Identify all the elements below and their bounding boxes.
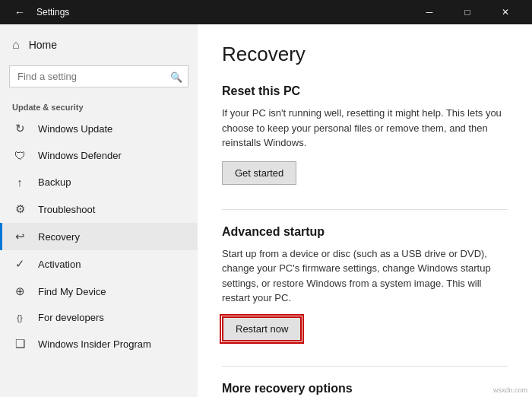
sidebar-item-label: Troubleshoot — [38, 204, 95, 215]
search-input[interactable] — [9, 65, 188, 87]
sidebar-item-backup[interactable]: ↑ Backup — [0, 169, 198, 195]
sidebar-item-label: Activation — [38, 259, 81, 270]
sidebar-item-recovery[interactable]: ↩ Recovery — [0, 223, 198, 250]
sidebar-item-label: Recovery — [38, 231, 80, 243]
section-divider — [222, 209, 508, 210]
sidebar-item-label: Windows Insider Program — [38, 338, 151, 350]
recovery-icon: ↩ — [12, 230, 27, 243]
search-icon: 🔍 — [170, 71, 182, 82]
activation-icon: ✓ — [12, 257, 27, 271]
main-content: Recovery Reset this PC If your PC isn't … — [198, 24, 532, 397]
sidebar-item-label: For developers — [38, 312, 104, 323]
search-container: 🔍 — [9, 65, 188, 87]
home-label: Home — [29, 39, 57, 51]
find-my-device-icon: ⊕ — [12, 284, 27, 298]
sidebar-section-label: Update & security — [0, 94, 198, 115]
get-started-button[interactable]: Get started — [222, 161, 296, 185]
titlebar: ← Settings ─ □ ✕ — [0, 0, 532, 24]
advanced-section-title: Advanced startup — [222, 225, 508, 239]
sidebar-item-home[interactable]: ⌂ Home — [0, 30, 198, 59]
sidebar-item-label: Find My Device — [38, 286, 106, 297]
reset-section-title: Reset this PC — [222, 84, 508, 98]
windows-update-icon: ↻ — [12, 122, 27, 135]
app-body: ⌂ Home 🔍 Update & security ↻ Windows Upd… — [0, 24, 532, 397]
sidebar-item-label: Windows Defender — [38, 150, 122, 161]
window-controls: ─ □ ✕ — [412, 0, 523, 24]
sidebar-item-for-developers[interactable]: {} For developers — [0, 305, 198, 330]
sidebar-item-troubleshoot[interactable]: ⚙ Troubleshoot — [0, 195, 198, 223]
minimize-button[interactable]: ─ — [412, 0, 447, 24]
more-section-title: More recovery options — [222, 382, 508, 395]
maximize-button[interactable]: □ — [450, 0, 485, 24]
sidebar-item-label: Windows Update — [38, 123, 112, 135]
sidebar: ⌂ Home 🔍 Update & security ↻ Windows Upd… — [0, 24, 198, 397]
app-title: Settings — [36, 7, 412, 17]
for-developers-icon: {} — [12, 313, 27, 322]
backup-icon: ↑ — [12, 176, 27, 189]
back-button[interactable]: ← — [9, 2, 30, 23]
advanced-section-desc: Start up from a device or disc (such as … — [222, 246, 508, 306]
sidebar-item-label: Backup — [38, 176, 71, 188]
section-divider-2 — [222, 366, 508, 367]
sidebar-item-activation[interactable]: ✓ Activation — [0, 250, 198, 278]
sidebar-item-windows-defender[interactable]: 🛡 Windows Defender — [0, 142, 198, 169]
restart-now-button[interactable]: Restart now — [222, 316, 302, 341]
windows-defender-icon: 🛡 — [12, 149, 27, 162]
sidebar-item-find-my-device[interactable]: ⊕ Find My Device — [0, 278, 198, 305]
troubleshoot-icon: ⚙ — [12, 202, 27, 216]
sidebar-item-windows-insider[interactable]: ❑ Windows Insider Program — [0, 330, 198, 357]
watermark: wsxdn.com — [493, 386, 527, 394]
windows-insider-icon: ❑ — [12, 337, 27, 351]
sidebar-item-windows-update[interactable]: ↻ Windows Update — [0, 115, 198, 142]
close-button[interactable]: ✕ — [488, 0, 523, 24]
reset-section-desc: If your PC isn't running well, resetting… — [222, 106, 508, 151]
page-title: Recovery — [222, 43, 508, 66]
home-icon: ⌂ — [12, 38, 20, 52]
